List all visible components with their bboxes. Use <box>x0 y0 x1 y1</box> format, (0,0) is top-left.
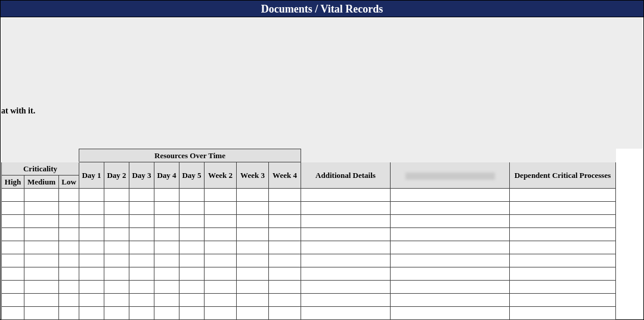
table-cell[interactable] <box>2 307 24 320</box>
table-cell[interactable] <box>79 254 104 267</box>
table-cell[interactable] <box>179 215 205 228</box>
table-cell[interactable] <box>179 241 205 254</box>
table-cell[interactable] <box>510 215 616 228</box>
table-cell[interactable] <box>104 267 129 281</box>
table-cell[interactable] <box>179 294 205 307</box>
table-cell[interactable] <box>237 254 269 267</box>
table-cell[interactable] <box>179 267 205 281</box>
table-cell[interactable] <box>205 228 237 241</box>
table-cell[interactable] <box>129 228 154 241</box>
table-cell[interactable] <box>2 254 24 267</box>
table-cell[interactable] <box>129 294 154 307</box>
table-cell[interactable] <box>24 202 59 215</box>
table-cell[interactable] <box>510 307 616 320</box>
table-cell[interactable] <box>205 202 237 215</box>
table-cell[interactable] <box>59 241 79 254</box>
table-cell[interactable] <box>24 281 59 294</box>
table-cell[interactable] <box>104 294 129 307</box>
table-cell[interactable] <box>154 267 179 281</box>
table-cell[interactable] <box>269 215 301 228</box>
table-cell[interactable] <box>510 254 616 267</box>
table-cell[interactable] <box>269 202 301 215</box>
table-cell[interactable] <box>237 307 269 320</box>
table-cell[interactable] <box>59 228 79 241</box>
table-cell[interactable] <box>510 267 616 281</box>
table-cell[interactable] <box>391 241 510 254</box>
table-cell[interactable] <box>104 307 129 320</box>
table-cell[interactable] <box>179 281 205 294</box>
table-cell[interactable] <box>129 241 154 254</box>
table-cell[interactable] <box>24 267 59 281</box>
table-cell[interactable] <box>59 215 79 228</box>
table-cell[interactable] <box>129 215 154 228</box>
table-cell[interactable] <box>154 294 179 307</box>
table-cell[interactable] <box>2 202 24 215</box>
table-cell[interactable] <box>391 254 510 267</box>
table-cell[interactable] <box>154 241 179 254</box>
table-cell[interactable] <box>391 189 510 202</box>
table-cell[interactable] <box>154 254 179 267</box>
table-cell[interactable] <box>129 281 154 294</box>
table-cell[interactable] <box>24 307 59 320</box>
table-cell[interactable] <box>237 215 269 228</box>
table-cell[interactable] <box>301 189 391 202</box>
table-cell[interactable] <box>2 294 24 307</box>
table-cell[interactable] <box>269 267 301 281</box>
table-cell[interactable] <box>2 189 24 202</box>
table-cell[interactable] <box>24 294 59 307</box>
table-cell[interactable] <box>391 294 510 307</box>
table-cell[interactable] <box>59 254 79 267</box>
table-cell[interactable] <box>179 202 205 215</box>
table-cell[interactable] <box>237 281 269 294</box>
table-cell[interactable] <box>510 294 616 307</box>
table-cell[interactable] <box>24 215 59 228</box>
table-cell[interactable] <box>301 307 391 320</box>
table-cell[interactable] <box>510 228 616 241</box>
table-cell[interactable] <box>2 215 24 228</box>
table-cell[interactable] <box>154 281 179 294</box>
table-cell[interactable] <box>237 267 269 281</box>
table-cell[interactable] <box>24 254 59 267</box>
table-cell[interactable] <box>2 228 24 241</box>
table-cell[interactable] <box>129 189 154 202</box>
table-cell[interactable] <box>510 202 616 215</box>
table-cell[interactable] <box>269 241 301 254</box>
table-cell[interactable] <box>79 202 104 215</box>
table-cell[interactable] <box>154 189 179 202</box>
table-cell[interactable] <box>59 267 79 281</box>
table-cell[interactable] <box>205 307 237 320</box>
table-cell[interactable] <box>59 281 79 294</box>
table-cell[interactable] <box>510 189 616 202</box>
table-cell[interactable] <box>301 254 391 267</box>
table-cell[interactable] <box>154 307 179 320</box>
table-cell[interactable] <box>104 254 129 267</box>
table-cell[interactable] <box>391 267 510 281</box>
table-cell[interactable] <box>104 215 129 228</box>
table-cell[interactable] <box>391 202 510 215</box>
table-cell[interactable] <box>301 215 391 228</box>
table-cell[interactable] <box>391 307 510 320</box>
table-cell[interactable] <box>79 294 104 307</box>
table-cell[interactable] <box>391 228 510 241</box>
table-cell[interactable] <box>301 281 391 294</box>
table-cell[interactable] <box>59 294 79 307</box>
table-cell[interactable] <box>104 202 129 215</box>
table-cell[interactable] <box>179 228 205 241</box>
table-cell[interactable] <box>154 215 179 228</box>
table-cell[interactable] <box>301 267 391 281</box>
table-cell[interactable] <box>237 241 269 254</box>
table-cell[interactable] <box>129 267 154 281</box>
table-cell[interactable] <box>205 241 237 254</box>
table-cell[interactable] <box>269 189 301 202</box>
table-cell[interactable] <box>79 241 104 254</box>
table-cell[interactable] <box>391 281 510 294</box>
table-cell[interactable] <box>301 228 391 241</box>
table-cell[interactable] <box>179 189 205 202</box>
table-cell[interactable] <box>59 202 79 215</box>
table-cell[interactable] <box>269 294 301 307</box>
table-cell[interactable] <box>205 189 237 202</box>
table-cell[interactable] <box>391 215 510 228</box>
table-cell[interactable] <box>79 281 104 294</box>
table-cell[interactable] <box>129 254 154 267</box>
table-cell[interactable] <box>269 307 301 320</box>
